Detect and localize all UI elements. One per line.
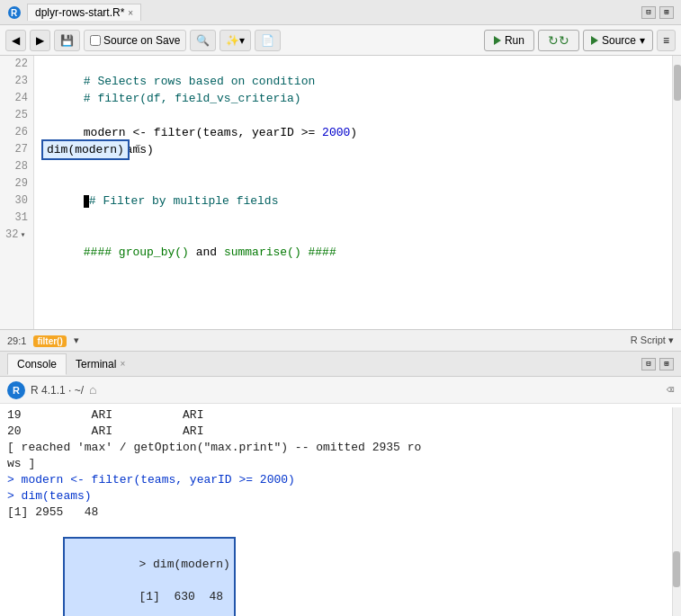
code-editor[interactable]: 22 23 24 25 26 27 28 29 30 31 32▾ # Sele… bbox=[0, 56, 681, 330]
editor-scrollbar-thumb[interactable] bbox=[674, 65, 681, 101]
filter-dropdown-arrow[interactable]: ▾ bbox=[74, 335, 79, 346]
line-num-23: 23 bbox=[5, 73, 28, 90]
source-run-icon bbox=[591, 36, 598, 45]
console-scrollbar-thumb[interactable] bbox=[673, 551, 680, 587]
source-dropdown-icon[interactable]: ▾ bbox=[640, 34, 645, 47]
compile-button[interactable]: 📄 bbox=[255, 30, 281, 51]
minimize-button[interactable]: ⊟ bbox=[641, 6, 656, 19]
run-label: Run bbox=[505, 34, 524, 47]
console-line-row20: 20 ARI ARI bbox=[7, 424, 665, 440]
line-num-25: 25 bbox=[5, 107, 28, 124]
code-lines[interactable]: # Selects rows based on condition # filt… bbox=[34, 56, 672, 329]
tab-console[interactable]: Console bbox=[7, 353, 67, 375]
source-button[interactable]: Source ▾ bbox=[583, 30, 653, 51]
line-num-26: 26 bbox=[5, 124, 28, 141]
line-num-32: 32▾ bbox=[5, 227, 28, 244]
file-tab[interactable]: dplyr-rows-start.R* × bbox=[27, 4, 141, 21]
console-dimmodern-cmd: > dim(modern) bbox=[139, 558, 229, 571]
file-tab-close[interactable]: × bbox=[128, 8, 133, 18]
code-line-28 bbox=[41, 158, 665, 175]
back-button[interactable]: ◀ bbox=[5, 30, 26, 51]
list-icon: ≡ bbox=[663, 34, 669, 47]
cursor-position: 29:1 bbox=[7, 335, 26, 346]
line-num-24: 24 bbox=[5, 90, 28, 107]
console-maximize-button[interactable]: ⊞ bbox=[659, 358, 674, 370]
script-type-arrow[interactable]: ▾ bbox=[668, 335, 674, 345]
script-type: R Script ▾ bbox=[631, 335, 674, 346]
code-line-25: modern <- filter(teams, yearID >= 2000) bbox=[41, 107, 665, 124]
console-section: Console Terminal × ⊟ ⊞ R R 4.1.1 · ~/ ⌂ … bbox=[0, 352, 681, 616]
editor-scrollbar[interactable] bbox=[672, 56, 681, 329]
compile-icon: 📄 bbox=[261, 34, 274, 47]
code-line-31 bbox=[41, 210, 665, 227]
list-button[interactable]: ≡ bbox=[657, 30, 676, 51]
find-button[interactable]: 🔍 bbox=[190, 30, 216, 51]
tab-terminal-close[interactable]: × bbox=[120, 359, 125, 369]
line-num-22: 22 bbox=[5, 56, 28, 73]
svg-text:R: R bbox=[11, 8, 18, 18]
console-clear-button[interactable]: ⌫ bbox=[667, 383, 674, 397]
wand-icon: ✨▾ bbox=[226, 34, 245, 47]
back-icon: ◀ bbox=[12, 34, 20, 47]
console-dimmodern-result: [1] 630 48 bbox=[139, 590, 223, 603]
maximize-button[interactable]: ⊞ bbox=[659, 6, 674, 19]
console-scrollbar[interactable] bbox=[672, 407, 681, 616]
console-line-modern-cmd: > modern <- filter(teams, yearID >= 2000… bbox=[7, 472, 665, 488]
filter-badge: filter() bbox=[33, 335, 66, 346]
console-output-lines: 19 ARI ARI 20 ARI ARI [ reached 'max' / … bbox=[0, 407, 672, 616]
line-numbers: 22 23 24 25 26 27 28 29 30 31 32▾ bbox=[0, 56, 34, 329]
title-bar: R dplyr-rows-start.R* × ⊟ ⊞ bbox=[0, 0, 681, 25]
tab-terminal-label: Terminal bbox=[76, 358, 116, 370]
code-line-29: # Filter by multiple fields bbox=[41, 175, 665, 192]
r-version: R 4.1.1 · ~/ bbox=[31, 384, 84, 397]
console-line-maxprint: [ reached 'max' / getOption("max.print")… bbox=[7, 440, 665, 456]
code-line-27[interactable]: dim(modern) I bbox=[41, 141, 665, 158]
code-tools-button[interactable]: ✨▾ bbox=[220, 30, 251, 51]
selected-code-dim-modern: dim(modern) bbox=[41, 139, 130, 160]
file-tab-label: dplyr-rows-start.R* bbox=[35, 6, 124, 19]
save-button[interactable]: 💾 bbox=[54, 30, 80, 51]
console-output[interactable]: 19 ARI ARI 20 ARI ARI [ reached 'max' / … bbox=[0, 404, 681, 616]
window-controls: ⊟ ⊞ bbox=[641, 6, 674, 19]
forward-button[interactable]: ▶ bbox=[30, 30, 50, 51]
status-bar: 29:1 filter() ▾ R Script ▾ bbox=[0, 330, 681, 352]
code-line-32: #### group_by() and summarise() #### bbox=[41, 227, 665, 244]
rerun-icon: ↻↻ bbox=[548, 33, 569, 48]
console-toolbar: R R 4.1.1 · ~/ ⌂ ⌫ bbox=[0, 377, 681, 404]
line-num-31: 31 bbox=[5, 210, 28, 227]
r-console-icon: R bbox=[7, 381, 25, 399]
console-line-dimteams-result: [1] 2955 48 bbox=[7, 504, 665, 521]
line-num-30: 30 bbox=[5, 192, 28, 210]
editor-toolbar: ◀ ▶ 💾 Source on Save 🔍 ✨▾ 📄 Run ↻↻ Sourc… bbox=[0, 25, 681, 56]
console-window-controls: ⊟ ⊞ bbox=[641, 358, 674, 370]
search-icon: 🔍 bbox=[196, 34, 210, 47]
console-highlighted-block: > dim(modern) [1] 630 48 bbox=[63, 537, 235, 616]
line-num-27: 27 bbox=[5, 141, 28, 158]
source-on-save-button[interactable]: Source on Save bbox=[84, 30, 186, 51]
save-icon: 💾 bbox=[60, 34, 74, 47]
console-minimize-button[interactable]: ⊟ bbox=[641, 358, 656, 370]
console-line-row19: 19 ARI ARI bbox=[7, 407, 665, 424]
run-button[interactable]: Run bbox=[484, 30, 534, 51]
rerun-button[interactable]: ↻↻ bbox=[538, 30, 579, 51]
filter-badge-label[interactable]: filter() bbox=[33, 335, 66, 347]
console-tabs-bar: Console Terminal × ⊟ ⊞ bbox=[0, 352, 681, 377]
source-on-save-label: Source on Save bbox=[103, 34, 180, 47]
forward-icon: ▶ bbox=[36, 34, 44, 47]
console-clear-area: ⌫ bbox=[667, 382, 674, 397]
line-num-29: 29 bbox=[5, 175, 28, 192]
cursor-indicator: I bbox=[135, 141, 142, 158]
console-line-dimteams-cmd: > dim(teams) bbox=[7, 488, 665, 504]
fold-icon-32[interactable]: ▾ bbox=[20, 227, 25, 244]
source-label: Source bbox=[602, 34, 636, 47]
source-on-save-checkbox[interactable] bbox=[90, 35, 101, 46]
console-line-ws: ws ] bbox=[7, 456, 665, 472]
home-link-icon: ⌂ bbox=[89, 383, 96, 397]
run-icon bbox=[494, 36, 501, 45]
r-app-icon: R bbox=[7, 5, 22, 20]
script-type-label: R Script bbox=[631, 335, 666, 345]
tab-console-label: Console bbox=[17, 358, 57, 370]
tab-terminal[interactable]: Terminal × bbox=[67, 354, 134, 374]
console-line-dimmodern-block: > dim(modern) [1] 630 48 bbox=[7, 521, 236, 616]
code-line-22: # Selects rows based on condition bbox=[41, 56, 665, 73]
